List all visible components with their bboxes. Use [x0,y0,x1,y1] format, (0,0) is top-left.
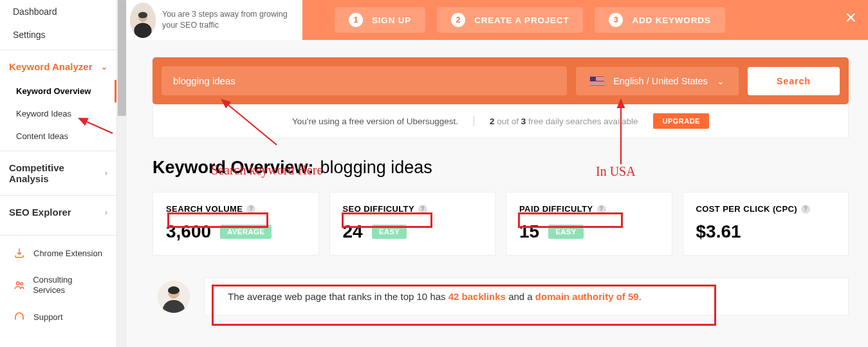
sidebar-group-seo-explorer[interactable]: SEO Explorer › [0,199,116,225]
page-title-prefix: Keyword Overview: [152,158,314,178]
search-button[interactable]: Search [748,67,840,95]
svg-point-5 [138,12,147,18]
step-label: ADD KEYWORDS [632,15,710,25]
metric-value: $3.61 [696,221,741,242]
users-icon [13,279,25,292]
sidebar-link-label: Chrome Extension [33,249,102,258]
insight-highlight-da: domain authority of 59 [535,291,639,302]
sidebar-group-keyword-analyzer[interactable]: Keyword Analyzer ⌄ [0,53,116,80]
step-label: SIGN UP [372,15,411,25]
svg-point-9 [168,286,180,294]
chevron-down-icon: ⌄ [101,62,107,71]
sidebar-link-chrome-extension[interactable]: Chrome Extension [0,239,116,267]
page-title-keyword: blogging ideas [320,158,432,178]
locale-label: English / United States [613,76,708,86]
metrics-row: SEARCH VOLUME ? 3,600 AVERAGE SEO DIFFIC… [152,192,849,256]
us-flag-icon [590,77,604,86]
sidebar-link-label: Support [33,312,63,322]
sidebar-group-label: SEO Explorer [9,207,71,218]
sidebar-sub-keyword-ideas[interactable]: Keyword Ideas [0,102,116,125]
insight-text-prefix: The average web page that ranks in the t… [228,291,448,302]
sidebar-link-consulting[interactable]: Consulting Services [0,267,116,303]
step-signup[interactable]: 1 SIGN UP [335,7,425,33]
metric-value: 3,600 [166,221,211,242]
sidebar-group-competitive-analysis[interactable]: Competitive Analysis › [0,155,116,192]
divider [0,50,116,50]
sidebar-sub-keyword-overview[interactable]: Keyword Overview [0,80,116,102]
sidebar-link-support[interactable]: Support [0,303,116,331]
sidebar-group-label: Keyword Analyzer [9,61,93,72]
svg-point-4 [134,23,151,38]
help-icon[interactable]: ? [597,205,606,214]
step-number: 2 [451,13,465,27]
upgrade-button[interactable]: UPGRADE [653,113,709,129]
free-version-text: You're using a free version of Ubersugge… [292,117,458,126]
insight-box: The average web page that ranks in the t… [204,277,849,315]
metric-label: COST PER CLICK (CPC) ? [696,204,836,214]
help-icon[interactable]: ? [801,205,810,214]
badge-average: AVERAGE [220,225,272,239]
scrollbar-track[interactable] [117,0,127,347]
headphones-icon [13,310,26,323]
separator [474,116,474,126]
divider [0,151,116,151]
svg-point-1 [20,282,23,285]
sidebar-group-label: Competitive Analysis [9,162,105,184]
step-number: 1 [349,13,363,27]
step-add-keywords[interactable]: 3 ADD KEYWORDS [595,7,725,33]
content-wrap: English / United States ⌄ Search You're … [127,40,868,347]
metric-search-volume: SEARCH VOLUME ? 3,600 AVERAGE [152,192,319,256]
onboarding-banner: You are 3 steps away from growing your S… [127,0,868,40]
chevron-down-icon: ⌄ [717,76,725,86]
search-count-text: 2 out of 3 free daily searches available [490,117,638,126]
step-label: CREATE A PROJECT [474,15,569,25]
insight-text-suffix: . [639,291,642,302]
sidebar-item-dashboard[interactable]: Dashboard [0,0,116,23]
main-content: You are 3 steps away from growing your S… [127,0,868,347]
banner-avatar-box: You are 3 steps away from growing your S… [127,0,302,40]
chevron-right-icon: › [105,169,107,178]
divider [0,235,116,236]
locale-dropdown[interactable]: English / United States ⌄ [576,67,739,95]
close-icon[interactable]: × [845,8,856,27]
page-title: Keyword Overview: blogging ideas [152,158,849,178]
step-create-project[interactable]: 2 CREATE A PROJECT [437,7,583,33]
sidebar-link-label: Consulting Services [33,275,104,295]
metric-cpc: COST PER CLICK (CPC) ? $3.61 [683,192,849,256]
banner-steps: 1 SIGN UP 2 CREATE A PROJECT 3 ADD KEYWO… [335,7,725,33]
badge-easy: EASY [548,225,584,239]
insight-row: The average web page that ranks in the t… [158,277,849,315]
svg-point-0 [16,281,19,285]
avatar [158,281,190,313]
sidebar: Dashboard Settings Keyword Analyzer ⌄ Ke… [0,0,117,347]
step-number: 3 [609,13,623,27]
divider [0,195,116,196]
sidebar-sub-content-ideas[interactable]: Content Ideas [0,125,116,147]
help-icon[interactable]: ? [418,205,427,214]
avatar [130,3,156,38]
metric-label: PAID DIFFICULTY ? [519,204,659,214]
insight-highlight-backlinks: 42 backlinks [448,291,506,302]
download-icon [13,247,26,259]
metric-label: SEO DIFFICULTY ? [343,204,483,214]
insight-text-mid: and a [506,291,535,302]
search-bar: English / United States ⌄ Search [152,57,849,104]
keyword-search-input[interactable] [162,66,567,95]
chevron-right-icon: › [105,208,107,217]
metric-label: SEARCH VOLUME ? [166,204,306,214]
free-version-bar: You're using a free version of Ubersugge… [152,104,849,138]
metric-value: 15 [519,221,539,242]
help-icon[interactable]: ? [246,205,255,214]
banner-text: You are 3 steps away from growing your S… [162,9,296,32]
metric-paid-difficulty: PAID DIFFICULTY ? 15 EASY [506,192,672,256]
metric-value: 24 [343,221,363,242]
sidebar-item-settings[interactable]: Settings [0,23,116,46]
scrollbar-thumb[interactable] [118,0,126,116]
metric-seo-difficulty: SEO DIFFICULTY ? 24 EASY [329,192,496,256]
badge-easy: EASY [372,225,407,239]
